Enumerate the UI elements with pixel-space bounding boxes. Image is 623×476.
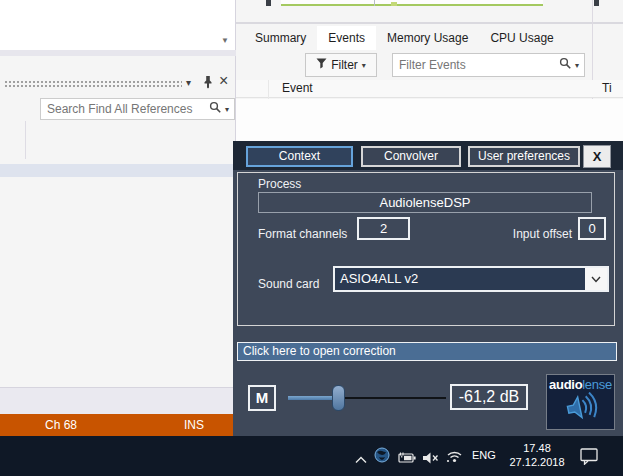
network-globe-icon[interactable] [374, 447, 390, 467]
slider-thumb[interactable] [332, 385, 345, 411]
close-icon[interactable]: × [219, 73, 228, 89]
search-input[interactable] [41, 102, 209, 116]
input-offset-field[interactable]: 0 [578, 217, 606, 240]
chevron-down-icon: ▾ [362, 61, 366, 70]
filter-button-label: Filter [331, 58, 358, 72]
filter-events-input[interactable] [393, 58, 559, 72]
search-icon[interactable] [209, 100, 222, 118]
speaker-logo-icon [563, 392, 599, 424]
panel-divider [236, 22, 623, 24]
channel-indicator: Ch 68 [45, 414, 77, 436]
filter-events-box: ▾ [392, 53, 585, 77]
dropdown-button[interactable] [585, 268, 607, 290]
sound-card-dropdown[interactable]: ASIO4ALL v2 [333, 266, 609, 292]
events-table-body [236, 99, 623, 141]
search-icon[interactable] [559, 56, 572, 74]
column-time[interactable]: Ti [602, 81, 612, 95]
chevron-down-icon[interactable]: ▼ [221, 36, 229, 45]
tab-events[interactable]: Events [317, 26, 376, 50]
clock-date: 27.12.2018 [506, 455, 568, 469]
search-options-icon[interactable]: ▾ [572, 61, 584, 70]
tab-cpu-usage[interactable]: CPU Usage [479, 26, 564, 50]
context-group-box: Process AudiolenseDSP Format channels 2 … [237, 172, 615, 326]
tray-expand-icon[interactable] [355, 450, 367, 468]
insert-mode-indicator: INS [184, 414, 204, 436]
vs-status-bar: Ch 68 INS [0, 414, 233, 436]
windows-taskbar: ENG 17.48 27.12.2018 [0, 436, 623, 476]
volume-muted-icon[interactable] [423, 450, 439, 468]
panel-drag-handle[interactable] [4, 80, 182, 87]
panel-menu-icon[interactable]: ▾ [186, 77, 191, 88]
slider-track-empty[interactable] [345, 397, 446, 399]
sound-card-value: ASIO4ALL v2 [335, 268, 585, 290]
process-value: AudiolenseDSP [258, 192, 592, 213]
sound-card-label: Sound card [258, 277, 319, 291]
tree-indent-line [25, 121, 26, 159]
tab-memory-usage[interactable]: Memory Usage [376, 26, 479, 50]
audiolense-dialog: Context Convolver User preferences X Pro… [233, 141, 623, 437]
timeline-divider [374, 0, 375, 6]
find-all-references-panel: ▼ ▾ × ▾ Ch 68 INS [0, 0, 236, 436]
filter-button[interactable]: Filter ▾ [305, 53, 377, 77]
input-offset-label: Input offset [504, 227, 572, 241]
volume-slider[interactable] [288, 385, 446, 411]
close-button[interactable]: X [583, 145, 611, 168]
logo-lense: lense [582, 377, 612, 392]
process-label: Process [258, 177, 301, 191]
language-indicator[interactable]: ENG [472, 449, 496, 461]
wifi-icon[interactable] [446, 449, 463, 467]
events-table-header: Event Ti [236, 80, 623, 98]
pin-icon[interactable] [202, 75, 214, 93]
tab-summary[interactable]: Summary [244, 26, 317, 50]
volume-readout: -61,2 dB [450, 384, 528, 410]
tab-user-preferences[interactable]: User preferences [468, 146, 580, 167]
logo-audio: audio [549, 377, 582, 392]
audiolense-logo: audiolense [546, 374, 615, 430]
selected-result-row[interactable] [0, 164, 236, 177]
timeline-chart-sliver [281, 0, 543, 6]
chevron-down-icon [591, 276, 601, 283]
slider-track-filled[interactable] [288, 396, 333, 400]
diagnostics-tab-bar: Summary Events Memory Usage CPU Usage [244, 26, 565, 50]
timeline-marker [391, 2, 397, 6]
editor-area [0, 0, 236, 50]
column-event[interactable]: Event [282, 81, 313, 95]
desktop: ▼ ▾ × ▾ Ch 68 INS Summary Event [0, 0, 623, 476]
timeline-fragment [594, 0, 599, 6]
timeline-fragment [266, 0, 271, 6]
references-search-box: ▾ [40, 98, 235, 120]
mute-button[interactable]: M [248, 385, 276, 411]
tab-convolver[interactable]: Convolver [361, 146, 461, 167]
logo-wordmark: audiolense [547, 377, 614, 392]
battery-charging-icon[interactable] [398, 450, 417, 468]
tab-context[interactable]: Context [246, 146, 353, 167]
format-channels-label: Format channels [258, 227, 347, 241]
funnel-icon [316, 58, 327, 72]
format-channels-field[interactable]: 2 [357, 217, 410, 240]
open-correction-link[interactable]: Click here to open correction [237, 342, 617, 361]
clock[interactable]: 17.48 27.12.2018 [506, 441, 568, 469]
bottom-strip [0, 387, 233, 414]
action-center-icon[interactable] [580, 448, 599, 469]
clock-time: 17.48 [506, 441, 568, 455]
search-options-icon[interactable]: ▾ [222, 105, 234, 114]
